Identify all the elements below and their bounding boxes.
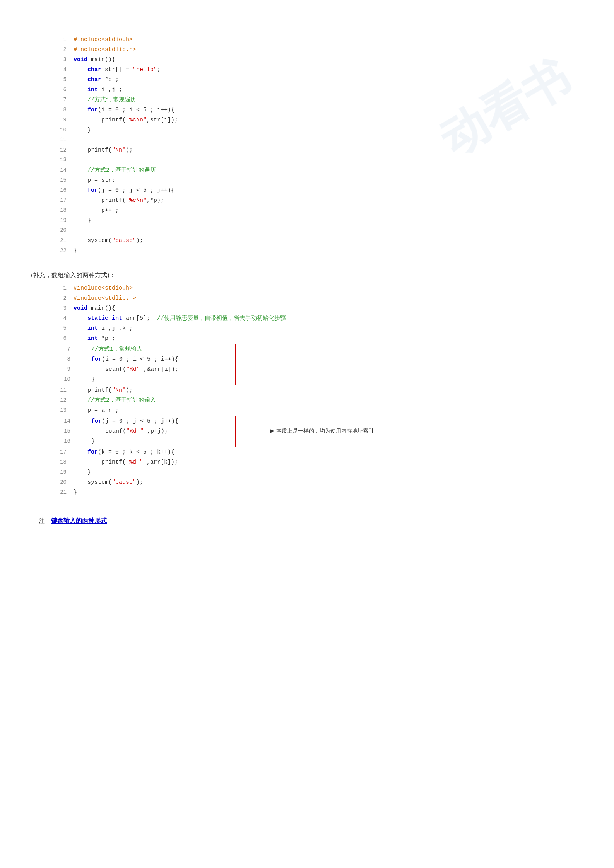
code-line: 11: [54, 135, 583, 145]
note-label: 注：: [39, 517, 51, 524]
code-line: 17 for(k = 0 ; k < 5 ; k++){: [54, 447, 583, 457]
code-line: 18 printf("%d " ,arr[k]);: [54, 457, 583, 467]
code-line: 19 }: [54, 216, 583, 226]
code-line: 15 scanf("%d " ,p+j);: [58, 426, 232, 437]
note-text: 键盘输入的两种形式: [51, 517, 107, 524]
code-line: 12 //方式2，基于指针的输入: [54, 396, 583, 406]
code-line: 14 for(j = 0 ; j < 5 ; j++){: [58, 416, 232, 426]
code-line: 18 p++ ;: [54, 206, 583, 216]
code-line: 14 //方式2，基于指针的遍历: [54, 165, 583, 176]
code-line: 3 void main(){: [54, 55, 583, 65]
code-line: 10 }: [54, 125, 583, 135]
code-block-1: 1 #include<stdio.h> 2 #include<stdlib.h>…: [54, 35, 583, 256]
code-line: 12 printf("\n");: [54, 145, 583, 155]
code-line: 21 }: [54, 488, 583, 498]
code-line: 10 }: [58, 375, 232, 385]
code-line: 8 for(i = 0 ; i < 5 ; i++){: [58, 355, 232, 365]
note-section: 注：键盘输入的两种形式: [39, 517, 583, 525]
code-line: 7 //方式1,常规遍历: [54, 95, 583, 105]
code-line: 1 #include<stdio.h>: [54, 283, 583, 293]
code-line: 22 }: [54, 246, 583, 256]
code-line: 13: [54, 155, 583, 165]
code-line: 5 int i ,j ,k ;: [54, 324, 583, 334]
annotation-arrow: [244, 427, 275, 435]
code-line: 19 }: [54, 467, 583, 477]
code-line: 7 //方式1，常规输入: [58, 344, 232, 355]
code-line: 2 #include<stdlib.h>: [54, 45, 583, 55]
code-line: 3 void main(){: [54, 304, 583, 314]
code-line: 5 char *p ;: [54, 75, 583, 85]
red-box-2-container: 14 for(j = 0 ; j < 5 ; j++){ 15 scanf("%…: [54, 416, 583, 447]
code-line: 20 system("pause");: [54, 477, 583, 488]
code-line: 9 printf("%c\n",str[i]);: [54, 115, 583, 125]
code-line: 4 char str[] = "hello";: [54, 65, 583, 75]
code-line: 6 int i ,j ;: [54, 85, 583, 95]
code-line: 9 scanf("%d" ,&arr[i]);: [58, 365, 232, 375]
code-line: 13 p = arr ;: [54, 406, 583, 416]
annotation-text: 本质上是一样的，均为使用内存地址索引: [276, 426, 374, 436]
annotation-container: 本质上是一样的，均为使用内存地址索引: [244, 426, 374, 436]
code-line: 20: [54, 226, 583, 236]
code-line: 17 printf("%c\n",*p);: [54, 196, 583, 206]
svg-marker-1: [270, 429, 275, 433]
code-line: 4 static int arr[5]; //使用静态变量，自带初值，省去手动初…: [54, 314, 583, 324]
code-line: 16 }: [58, 437, 232, 447]
code-line: 2 #include<stdlib.h>: [54, 293, 583, 304]
code-line: 16 for(j = 0 ; j < 5 ; j++){: [54, 186, 583, 196]
code-line: 11 printf("\n");: [54, 385, 583, 396]
section2-label: (补充，数组输入的两种方式)：: [31, 271, 583, 280]
code-line: 8 for(i = 0 ; i < 5 ; i++){: [54, 105, 583, 115]
code-block-2: 1 #include<stdio.h> 2 #include<stdlib.h>…: [54, 283, 583, 498]
code-line: 15 p = str;: [54, 176, 583, 186]
code-line: 21 system("pause");: [54, 236, 583, 246]
code-line: 6 int *p ;: [54, 334, 583, 344]
code-line: 1 #include<stdio.h>: [54, 35, 583, 45]
red-box-1-container: 7 //方式1，常规输入 8 for(i = 0 ; i < 5 ; i++){…: [54, 344, 583, 385]
